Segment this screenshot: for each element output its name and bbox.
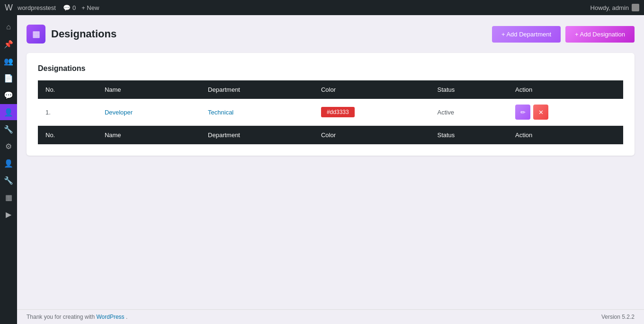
col-header-status: Status (430, 80, 508, 99)
header-actions: + Add Department + Add Designation (492, 26, 635, 43)
sidebar-item-tools[interactable]: 🔧 (0, 121, 17, 137)
comments-icon: 💬 (63, 4, 71, 11)
color-badge: #dd3333 (321, 107, 355, 117)
cell-color: #dd3333 (313, 99, 430, 126)
cell-action: ✏ ✕ (508, 99, 623, 126)
col-header-no: No. (38, 80, 97, 99)
designations-table: No. Name Department Color Status Action … (38, 80, 623, 144)
comments-adminbar-item[interactable]: 💬 0 (63, 4, 76, 11)
new-adminbar-item[interactable]: + New (81, 4, 99, 11)
page-title: Designations (51, 28, 116, 40)
new-label: + New (81, 4, 99, 11)
page-icon: ▦ (27, 25, 45, 44)
table-header-row: No. Name Department Color Status Action (38, 80, 623, 99)
footer: Thank you for creating with WordPress . … (17, 309, 644, 324)
howdy-label: Howdy, admin (590, 4, 639, 11)
footer-col-department: Department (200, 126, 313, 145)
comments-count: 0 (72, 4, 76, 11)
page-title-area: ▦ Designations (27, 25, 116, 44)
add-department-button[interactable]: + Add Department (492, 26, 561, 43)
cell-name: Developer (97, 99, 200, 126)
footer-col-action: Action (508, 126, 623, 145)
footer-col-name: Name (97, 126, 200, 145)
footer-col-status: Status (430, 126, 508, 145)
sidebar-item-dashboard[interactable]: ⌂ (0, 19, 17, 35)
name-link[interactable]: Developer (105, 109, 133, 116)
version-label: Version 5.2.2 (601, 314, 635, 320)
table-footer-row: No. Name Department Color Status Action (38, 126, 623, 145)
main-content: ▦ Designations + Add Department + Add De… (17, 15, 644, 324)
avatar (632, 4, 639, 11)
sidebar-item-play[interactable]: ▶ (0, 206, 17, 222)
col-header-name: Name (97, 80, 200, 99)
footer-col-no: No. (38, 126, 97, 145)
footer-col-color: Color (313, 126, 430, 145)
add-designation-button[interactable]: + Add Designation (565, 26, 635, 43)
sidebar-item-grid[interactable]: ▦ (0, 189, 17, 205)
designations-icon: ▦ (32, 29, 40, 39)
col-header-department: Department (200, 80, 313, 99)
col-header-color: Color (313, 80, 430, 99)
sidebar-item-settings[interactable]: ⚙ (0, 138, 17, 154)
admin-bar: W wordpresstest 💬 0 + New Howdy, admin (0, 0, 644, 15)
col-header-action: Action (508, 80, 623, 99)
sidebar-item-users[interactable]: 👤 (0, 155, 17, 171)
action-buttons: ✏ ✕ (515, 105, 616, 120)
site-name[interactable]: wordpresstest (18, 4, 56, 11)
site-name-label: wordpresstest (18, 4, 56, 11)
sidebar-item-group[interactable]: 👥 (0, 53, 17, 69)
cell-status: Active (430, 99, 508, 126)
delete-button[interactable]: ✕ (533, 105, 548, 120)
page-header: ▦ Designations + Add Department + Add De… (27, 25, 635, 44)
sidebar-item-wrench[interactable]: 🔧 (0, 172, 17, 188)
cell-no: 1. (38, 99, 97, 126)
cell-department: Technical (200, 99, 313, 126)
wordpress-link[interactable]: WordPress (96, 314, 124, 320)
sidebar-item-pin[interactable]: 📌 (0, 36, 17, 52)
card-title: Designations (38, 64, 623, 73)
sidebar-item-comments[interactable]: 💬 (0, 87, 17, 103)
footer-text: Thank you for creating with WordPress . (27, 314, 127, 320)
edit-button[interactable]: ✏ (515, 105, 530, 120)
wp-logo-icon[interactable]: W (5, 3, 13, 13)
designations-card: Designations No. Name Department Color S… (27, 53, 635, 156)
sidebar-item-pages[interactable]: 📄 (0, 70, 17, 86)
sidebar-item-people[interactable]: 👤 (0, 104, 17, 120)
dept-link[interactable]: Technical (208, 109, 233, 116)
table-row: 1. Developer Technical #dd3333 Active ✏ … (38, 99, 623, 126)
sidebar: ⌂ 📌 👥 📄 💬 👤 🔧 ⚙ 👤 🔧 ▦ ▶ (0, 15, 17, 324)
